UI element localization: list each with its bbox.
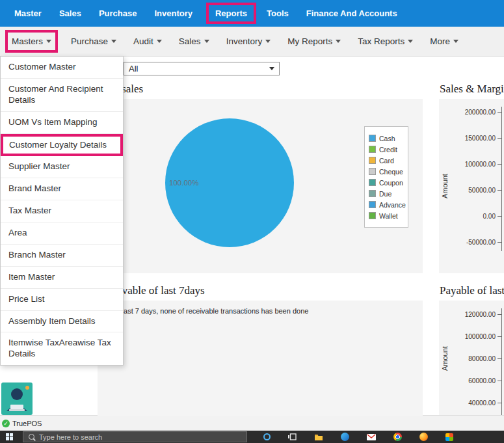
receivable-empty-message: In the last 7 days, none of receivable t… xyxy=(102,307,308,315)
menu-reports[interactable]: Reports xyxy=(215,8,247,18)
submenu-sales[interactable]: Sales xyxy=(179,36,209,46)
filter-selected-value: All xyxy=(129,64,138,74)
legend-item: Coupon xyxy=(369,178,404,187)
menu-master[interactable]: Master xyxy=(14,8,42,18)
submenu-audit-label: Audit xyxy=(133,36,153,46)
menu-sales[interactable]: Sales xyxy=(59,8,81,18)
menu-item-customer-master[interactable]: Customer Master xyxy=(1,57,123,79)
submenu-inventory-label: Inventory xyxy=(226,36,263,46)
edge-icon[interactable] xyxy=(341,433,349,441)
legend-item: Wallet xyxy=(369,211,404,220)
y-tick-label: 40000.00 xyxy=(468,399,496,407)
menu-item-tax-master[interactable]: Tax Master xyxy=(1,200,123,222)
annotation-box-reports: Reports xyxy=(206,3,256,24)
legend-label: Coupon xyxy=(379,179,403,187)
apps-grid-icon[interactable] xyxy=(445,433,453,441)
site-status-bar: ✓ TruePOS xyxy=(0,415,504,431)
submenu-audit[interactable]: Audit xyxy=(133,36,162,46)
y-axis-label: Amount xyxy=(440,99,449,273)
y-tick-mark xyxy=(497,358,501,359)
y-tick-mark xyxy=(497,336,501,337)
mail-icon[interactable] xyxy=(367,434,376,440)
legend-swatch-card xyxy=(369,157,376,164)
chevron-down-icon xyxy=(157,40,162,43)
windows-taskbar: Type here to search xyxy=(0,431,504,443)
legend-label: Card xyxy=(379,157,394,165)
pie-legend: Cash Credit Card Cheque Coupon Due xyxy=(364,126,408,228)
menu-item-area[interactable]: Area xyxy=(1,222,123,245)
taskbar-search-input[interactable]: Type here to search xyxy=(23,431,247,442)
payable-chart-panel: Amount 120000.00 100000.00 80000.00 6000… xyxy=(439,301,504,416)
legend-swatch-cheque xyxy=(369,168,376,175)
legend-label: Cheque xyxy=(379,168,403,176)
legend-swatch-due xyxy=(369,190,376,197)
submenu-sales-label: Sales xyxy=(179,36,201,46)
search-icon xyxy=(29,434,34,440)
menu-item-assembly-item-details[interactable]: Assembly Item Details xyxy=(1,311,123,333)
y-tick-label: 100000.00 xyxy=(465,161,496,168)
file-explorer-icon[interactable] xyxy=(314,433,323,441)
menu-item-branch-master[interactable]: Branch Master xyxy=(1,245,123,267)
menu-item-item-master[interactable]: Item Master xyxy=(1,267,123,289)
menu-item-brand-master[interactable]: Brand Master xyxy=(1,178,123,200)
y-tick-label: 50000.00 xyxy=(468,187,496,194)
submenu-tax-reports[interactable]: Tax Reports xyxy=(358,36,413,46)
menu-inventory[interactable]: Inventory xyxy=(154,8,192,18)
submenu-masters[interactable]: Masters xyxy=(12,36,51,46)
task-view-icon[interactable] xyxy=(288,433,297,440)
chevron-down-icon xyxy=(46,40,51,43)
chevron-down-icon xyxy=(265,40,271,43)
chevron-down-icon xyxy=(336,40,341,43)
chevron-down-icon xyxy=(111,40,116,43)
windows-start-icon[interactable] xyxy=(6,433,14,441)
y-tick-mark xyxy=(497,242,501,243)
submenu-purchase-label: Purchase xyxy=(71,36,108,46)
legend-swatch-credit xyxy=(369,146,376,153)
y-tick-label: 80000.00 xyxy=(468,355,496,362)
reports-submenubar: Masters Purchase Audit Sales Inventory M… xyxy=(0,27,504,57)
submenu-my-reports[interactable]: My Reports xyxy=(287,36,341,46)
verified-check-icon: ✓ xyxy=(2,420,10,427)
submenu-purchase[interactable]: Purchase xyxy=(71,36,116,46)
submenu-more[interactable]: More xyxy=(430,36,458,46)
submenu-inventory[interactable]: Inventory xyxy=(226,36,271,46)
menu-item-customer-loyalty-details[interactable]: Customer Loyalty Details xyxy=(1,134,123,157)
chevron-down-icon xyxy=(453,40,458,43)
menu-purchase[interactable]: Purchase xyxy=(99,8,137,18)
menu-item-price-list[interactable]: Price List xyxy=(1,289,123,311)
legend-item: Credit xyxy=(369,145,404,154)
submenu-my-reports-label: My Reports xyxy=(287,36,332,46)
legend-label: Cash xyxy=(379,135,395,142)
submenu-more-label: More xyxy=(430,36,450,46)
y-axis-label: Amount xyxy=(440,301,449,416)
y-tick-mark xyxy=(497,112,501,113)
chrome-icon[interactable] xyxy=(393,433,402,441)
report-filter-select[interactable]: All xyxy=(124,62,280,75)
receivable-chart-panel: In the last 7 days, none of receivable t… xyxy=(98,301,423,416)
pie-percentage-label: 100.00% xyxy=(169,179,198,187)
search-placeholder: Type here to search xyxy=(39,433,102,441)
menu-item-uom-vs-item-mapping[interactable]: UOM Vs Item Mapping xyxy=(1,112,123,134)
legend-label: Due xyxy=(379,190,391,198)
legend-label: Credit xyxy=(379,146,397,154)
menu-finance-and-accounts[interactable]: Finance And Accounts xyxy=(306,8,397,18)
legend-label: Advance xyxy=(379,201,406,209)
site-name: TruePOS xyxy=(12,420,42,427)
legend-item: Advance xyxy=(369,200,404,209)
y-axis-line xyxy=(501,107,502,251)
firefox-icon[interactable] xyxy=(419,433,428,441)
legend-swatch-advance xyxy=(369,201,376,208)
menu-item-customer-recipient-details[interactable]: Customer And Recipient Details xyxy=(1,79,123,112)
menu-item-supplier-master[interactable]: Supplier Master xyxy=(1,156,123,178)
legend-swatch-cash xyxy=(369,135,376,142)
legend-item: Due xyxy=(369,189,404,198)
y-tick-label: 200000.00 xyxy=(465,109,496,116)
legend-label: Wallet xyxy=(379,212,398,220)
submenu-masters-label: Masters xyxy=(12,36,43,46)
truepos-logo-image xyxy=(1,383,33,415)
menu-tools[interactable]: Tools xyxy=(267,8,289,18)
cortana-icon[interactable] xyxy=(263,433,271,440)
truepos-app-window: Master Sales Purchase Inventory Reports … xyxy=(0,0,504,443)
y-axis-line xyxy=(501,308,502,416)
menu-item-itemwise-taxareawise-tax-details[interactable]: Itemwise TaxAreawise Tax Details xyxy=(1,332,123,365)
